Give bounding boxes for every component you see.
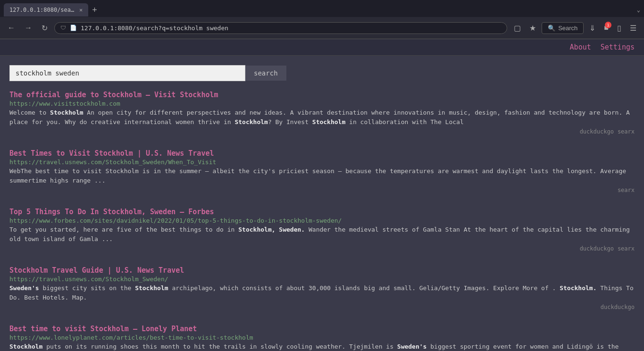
result-source-label[interactable]: duckduckgo bbox=[580, 245, 614, 252]
search-button[interactable]: search bbox=[245, 66, 286, 81]
result-source-label[interactable]: duckduckgo bbox=[580, 128, 614, 135]
result-sources: duckduckgosearx bbox=[9, 245, 635, 252]
tab-title: 127.0.0.1:8080/search bbox=[9, 7, 75, 13]
results-container: The official guide to Stockholm – Visit … bbox=[0, 86, 644, 351]
chevron-down-icon: ⌄ bbox=[637, 7, 640, 13]
reader-view-button[interactable]: ▢ bbox=[511, 22, 524, 34]
search-icon: 🔍 bbox=[548, 25, 555, 32]
result-item: Stockholm Travel Guide | U.S. News Trave… bbox=[9, 266, 635, 310]
browser-search-button[interactable]: 🔍 Search bbox=[542, 22, 584, 34]
result-title[interactable]: Top 5 Things To Do In Stockholm, Sweden … bbox=[9, 208, 214, 216]
result-title[interactable]: The official guide to Stockholm – Visit … bbox=[9, 91, 218, 99]
result-sources: duckduckgo bbox=[9, 304, 635, 310]
result-item: Top 5 Things To Do In Stockholm, Sweden … bbox=[9, 208, 635, 252]
result-url: https://www.lonelyplanet.com/articles/be… bbox=[9, 334, 635, 341]
result-source-label[interactable]: searx bbox=[618, 187, 635, 193]
result-url: https://travel.usnews.com/Stockholm_Swed… bbox=[9, 159, 635, 166]
shield-icon: 🛡 bbox=[60, 25, 66, 31]
tab-close-icon[interactable]: ✕ bbox=[79, 7, 83, 13]
result-source-label[interactable]: duckduckgo bbox=[601, 304, 635, 310]
result-title[interactable]: Stockholm Travel Guide | U.S. News Trave… bbox=[9, 266, 184, 275]
search-input[interactable] bbox=[9, 65, 245, 81]
badge: 1 bbox=[605, 22, 611, 28]
tab-bar-chevron[interactable]: ⌄ bbox=[637, 7, 640, 13]
active-tab[interactable]: 127.0.0.1:8080/search ✕ bbox=[4, 3, 88, 17]
bookmark-button[interactable]: ★ bbox=[527, 22, 539, 34]
result-sources: duckduckgosearx bbox=[9, 128, 635, 135]
address-bar-wrap: 🛡 📄 bbox=[54, 22, 507, 34]
refresh-button[interactable]: ↻ bbox=[39, 22, 50, 34]
settings-link[interactable]: Settings bbox=[601, 43, 635, 51]
browser-search-label: Search bbox=[558, 25, 577, 32]
new-tab-button[interactable]: + bbox=[88, 6, 101, 14]
result-source-label[interactable]: searx bbox=[618, 245, 635, 252]
page-icon: 📄 bbox=[70, 25, 77, 31]
result-item: The official guide to Stockholm – Visit … bbox=[9, 91, 635, 135]
result-url: https://www.visitstockholm.com bbox=[9, 100, 635, 107]
result-url: https://travel.usnews.com/Stockholm_Swed… bbox=[9, 276, 635, 283]
result-title[interactable]: Best Times to Visit Stockholm | U.S. New… bbox=[9, 149, 214, 158]
forward-button[interactable]: → bbox=[22, 22, 35, 34]
extensions-button[interactable]: ▯ bbox=[614, 22, 624, 34]
result-sources: searx bbox=[9, 187, 635, 193]
nav-right-buttons: ▢ ★ 🔍 Search ⇓ 1 ■ ▯ ☰ bbox=[511, 22, 639, 34]
app-header: About Settings bbox=[0, 39, 644, 56]
extension-button[interactable]: 1 ■ bbox=[601, 22, 611, 34]
tab-bar: 127.0.0.1:8080/search ✕ + ⌄ bbox=[0, 0, 644, 17]
result-snippet: Welcome to Stockholm An open city for di… bbox=[9, 108, 635, 126]
search-area: search bbox=[0, 56, 644, 86]
result-snippet: WebThe best time to visit Stockholm is i… bbox=[9, 167, 635, 185]
address-bar-input[interactable] bbox=[81, 25, 501, 32]
result-url: https://www.forbes.com/sites/davidnikel/… bbox=[9, 217, 635, 224]
nav-bar: ← → ↻ 🛡 📄 ▢ ★ 🔍 Search ⇓ 1 ■ ▯ ☰ bbox=[0, 17, 644, 39]
result-snippet: Stockholm puts on its running shoes this… bbox=[9, 342, 635, 351]
browser-chrome: 127.0.0.1:8080/search ✕ + ⌄ ← → ↻ 🛡 📄 ▢ … bbox=[0, 0, 644, 39]
menu-button[interactable]: ☰ bbox=[627, 22, 639, 34]
download-button[interactable]: ⇓ bbox=[586, 22, 598, 34]
back-button[interactable]: ← bbox=[5, 22, 18, 34]
result-title[interactable]: Best time to visit Stockholm – Lonely Pl… bbox=[9, 325, 197, 333]
result-source-label[interactable]: searx bbox=[618, 128, 635, 135]
result-item: Best time to visit Stockholm – Lonely Pl… bbox=[9, 325, 635, 351]
about-link[interactable]: About bbox=[570, 43, 591, 51]
result-snippet: To get you started, here are five of the… bbox=[9, 225, 635, 243]
result-item: Best Times to Visit Stockholm | U.S. New… bbox=[9, 149, 635, 193]
result-snippet: Sweden's biggest city sits on the Stockh… bbox=[9, 284, 635, 302]
